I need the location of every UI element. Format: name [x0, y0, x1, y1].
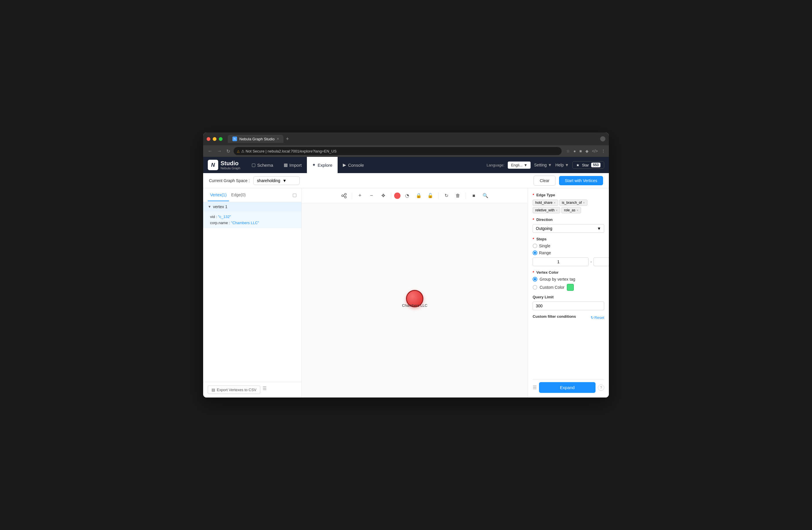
- color-picker-button[interactable]: [394, 192, 401, 199]
- vertex-group-header[interactable]: ▼ vertex 1: [203, 202, 301, 211]
- fit-view-button[interactable]: ✥: [378, 191, 388, 201]
- lock-button[interactable]: 🔒: [414, 191, 424, 201]
- edge-tag-hold-share-close[interactable]: ×: [553, 201, 555, 204]
- grid-icon: ■: [473, 193, 475, 198]
- step-single-option[interactable]: Single: [533, 244, 604, 248]
- vertex-detail: vid : "c_132" corp.name : "Chambers LLC": [203, 211, 301, 228]
- fullscreen-window-button[interactable]: [219, 137, 222, 141]
- star-label: Star: [582, 163, 589, 167]
- undo-button[interactable]: ↻: [441, 191, 451, 201]
- forward-button[interactable]: →: [216, 147, 223, 155]
- vertex-color-label: * Vertex Color: [533, 270, 604, 275]
- vertex-color-section: * Vertex Color Group by vertex tag: [533, 270, 604, 291]
- query-limit-input[interactable]: [533, 302, 604, 310]
- step-range-label: Range: [539, 250, 551, 255]
- vertex-list: ▼ vertex 1 vid : "c_132" corp.name :: [203, 202, 301, 382]
- clear-button[interactable]: Clear: [534, 176, 555, 186]
- nav-schema[interactable]: ▢ Schema: [246, 157, 278, 173]
- edge-tag-is-branch-of-close[interactable]: ×: [583, 201, 585, 204]
- svg-point-2: [345, 196, 346, 198]
- active-browser-tab[interactable]: N Nebula Graph Studio ×: [228, 135, 284, 143]
- svg-line-3: [344, 195, 345, 196]
- reset-icon: ↻: [591, 315, 594, 320]
- edge-tag-reletive-with-close[interactable]: ×: [556, 209, 557, 212]
- nav-console[interactable]: ▶ Console: [338, 157, 369, 173]
- node-label: Chambers LLC: [402, 303, 427, 307]
- traffic-lights: [207, 137, 222, 141]
- zoom-in-button[interactable]: +: [355, 191, 365, 201]
- step-range-option[interactable]: Range: [533, 250, 604, 255]
- grid-button[interactable]: ■: [469, 191, 479, 201]
- group-by-tag-label: Group by vertex tag: [540, 277, 575, 282]
- nav-explore[interactable]: ✦ Explore: [307, 157, 338, 173]
- minimize-window-button[interactable]: [213, 137, 216, 141]
- required-star-4: *: [533, 270, 534, 275]
- toolbar-divider-4: [466, 192, 466, 199]
- setting-chevron-icon: ▼: [548, 163, 552, 167]
- steps-label: * Steps: [533, 237, 604, 241]
- prop-corpname-value: "Chambers LLC": [231, 221, 259, 225]
- expand-button[interactable]: Expand: [539, 382, 596, 393]
- group-by-tag-option[interactable]: Group by vertex tag: [533, 277, 604, 282]
- new-tab-button[interactable]: +: [286, 136, 289, 142]
- export-label: Export Vertexes to CSV: [217, 388, 257, 392]
- url-bar[interactable]: △ ⚠ Not Secure | nebula2.local:7001/expl…: [234, 147, 562, 155]
- list-view-icon[interactable]: ☰: [263, 386, 266, 394]
- profile-icon[interactable]: ●: [574, 149, 576, 153]
- reset-label: Reset: [594, 315, 604, 320]
- export-button[interactable]: ▤ Export Vertexes to CSV: [208, 386, 260, 394]
- help-button-icon[interactable]: ?: [598, 385, 604, 391]
- star-count: 553: [591, 163, 600, 167]
- edge-tag-role-as-close[interactable]: ×: [577, 209, 578, 212]
- language-label: Language:: [487, 163, 504, 167]
- language-selector[interactable]: Engli... ▼: [508, 161, 531, 169]
- custom-color-radio[interactable]: [533, 285, 537, 290]
- edge-tag-reletive-with-label: reletive_with: [535, 208, 555, 212]
- color-swatch[interactable]: [567, 284, 574, 291]
- tag-button[interactable]: ◔: [402, 191, 412, 201]
- panel-list-icon[interactable]: ☰: [533, 385, 537, 390]
- range-max-input[interactable]: [594, 257, 609, 266]
- reset-button[interactable]: ↻ Reset: [591, 315, 604, 320]
- svg-point-1: [345, 194, 346, 195]
- delete-button[interactable]: 🗑: [453, 191, 463, 201]
- extension-icon[interactable]: ■: [579, 149, 582, 153]
- canvas-content[interactable]: Chambers LLC: [302, 203, 528, 398]
- setting-button[interactable]: Setting ▼: [534, 163, 552, 167]
- graph-space-select[interactable]: shareholding ▼: [253, 176, 300, 185]
- close-window-button[interactable]: [207, 137, 211, 141]
- range-min-input[interactable]: [533, 257, 589, 266]
- star-button[interactable]: ★ Star 553: [572, 161, 604, 169]
- tab-close-icon[interactable]: ×: [277, 137, 279, 141]
- window-controls-icon: [600, 136, 605, 142]
- more-icon[interactable]: ⋮: [601, 149, 605, 153]
- minus-icon: −: [370, 192, 373, 199]
- logo: N Studio Nebula Graph: [208, 160, 241, 170]
- edge-tab[interactable]: Edge(0): [229, 189, 248, 201]
- help-button[interactable]: Help ▼: [555, 163, 569, 167]
- refresh-button[interactable]: ↻: [225, 147, 231, 155]
- url-text: ⚠ Not Secure | nebula2.local:7001/explor…: [241, 149, 336, 153]
- sidebar-settings-icon[interactable]: ▢: [292, 192, 297, 198]
- start-with-vertices-button[interactable]: Start with Vertices: [559, 176, 603, 185]
- unlock-button[interactable]: 🔓: [425, 191, 435, 201]
- custom-color-option[interactable]: Custom Color: [533, 284, 604, 291]
- unlock-icon: 🔓: [427, 193, 433, 198]
- vertex-tab[interactable]: Vertex(1): [208, 189, 229, 201]
- radio-inner-2: [534, 278, 536, 281]
- step-single-radio[interactable]: [533, 244, 537, 248]
- nav-import[interactable]: ▩ Import: [278, 157, 307, 173]
- extensions-puzzle-icon[interactable]: ◆: [585, 149, 589, 153]
- search-canvas-button[interactable]: 🔍: [480, 191, 490, 201]
- step-range-radio[interactable]: [533, 250, 537, 255]
- required-star-2: *: [533, 217, 534, 222]
- group-by-tag-radio[interactable]: [533, 277, 537, 282]
- back-button[interactable]: ←: [207, 147, 214, 155]
- required-star-3: *: [533, 237, 534, 241]
- direction-select[interactable]: Outgoing ▼: [533, 224, 604, 233]
- zoom-out-button[interactable]: −: [366, 191, 376, 201]
- prop-vid-key: vid :: [210, 215, 218, 219]
- devtools-icon[interactable]: </>: [592, 149, 598, 153]
- graph-layout-button[interactable]: [339, 191, 349, 201]
- bookmark-star-icon[interactable]: ☆: [566, 149, 570, 153]
